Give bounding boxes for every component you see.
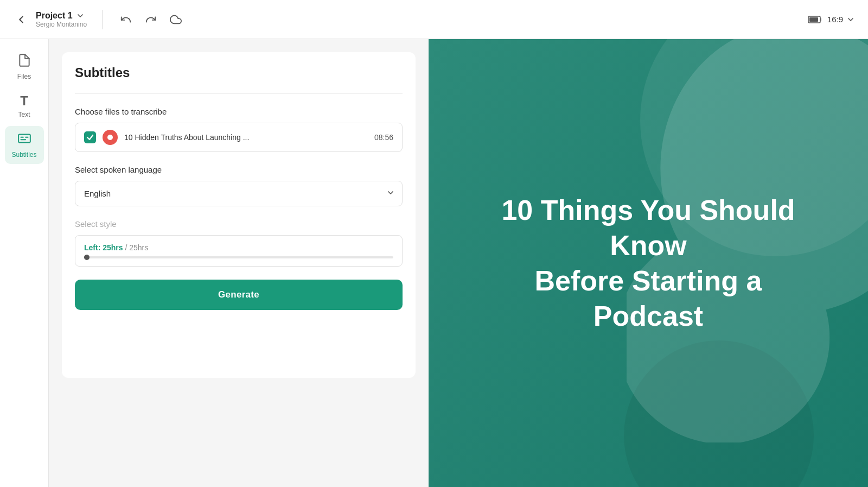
project-info: Project 1 Sergio Montanino [36, 11, 87, 28]
sidebar-item-text-label: Text [18, 111, 30, 118]
project-title-text: Project 1 [36, 11, 73, 21]
subtitles-icon [17, 131, 31, 149]
undo-button[interactable] [118, 11, 134, 28]
subtitles-panel: Subtitles Choose files to transcribe 10 … [49, 39, 429, 487]
panel-inner: Subtitles Choose files to transcribe 10 … [62, 52, 416, 378]
header-actions [118, 11, 184, 28]
select-style-label: Select style [75, 219, 403, 229]
hours-left: Left: 25hrs [84, 243, 123, 252]
header: Project 1 Sergio Montanino [0, 0, 868, 39]
header-right: 16:9 [808, 15, 855, 24]
file-thumbnail [103, 130, 118, 145]
file-thumb-inner [107, 135, 113, 140]
canvas-headline-line1: 10 Things You Should Know [501, 194, 795, 261]
sidebar-item-text[interactable]: T Text [5, 88, 44, 124]
file-list: 10 Hidden Truths About Launching ... 08:… [75, 123, 403, 152]
panel-divider [75, 93, 403, 94]
panel-title: Subtitles [75, 65, 403, 80]
text-icon: T [20, 93, 28, 109]
redo-button[interactable] [143, 11, 159, 28]
aspect-ratio-dropdown-icon [846, 15, 855, 24]
svg-rect-2 [18, 134, 30, 142]
sidebar-item-subtitles[interactable]: Subtitles [5, 126, 44, 164]
aspect-ratio-selector[interactable]: 16:9 [827, 15, 855, 24]
canvas-headline: 10 Things You Should Know Before Startin… [458, 193, 838, 334]
file-checkbox[interactable] [84, 131, 96, 143]
project-dropdown-icon [76, 11, 85, 20]
language-select-wrapper: English Spanish French German Portuguese [75, 181, 403, 206]
header-left: Project 1 Sergio Montanino [13, 10, 184, 29]
hours-box: Left: 25hrs / 25hrs [75, 235, 403, 267]
language-select[interactable]: English Spanish French German Portuguese [75, 181, 403, 206]
cloud-save-button[interactable] [168, 11, 184, 28]
generate-button[interactable]: Generate [75, 280, 403, 310]
hours-text: Left: 25hrs / 25hrs [84, 243, 393, 252]
header-divider [102, 10, 103, 29]
file-duration: 08:56 [374, 133, 393, 142]
progress-bar-bg [84, 256, 393, 258]
back-button[interactable] [13, 11, 29, 28]
sidebar-item-subtitles-label: Subtitles [11, 151, 36, 159]
file-item[interactable]: 10 Hidden Truths About Launching ... 08:… [84, 130, 393, 145]
progress-dot [84, 255, 90, 260]
main-layout: Files T Text Subtitles Subtitles Choose … [0, 39, 868, 487]
aspect-ratio-value: 16:9 [827, 15, 843, 24]
project-owner: Sergio Montanino [36, 21, 87, 28]
battery-icon [808, 15, 823, 24]
sidebar: Files T Text Subtitles [0, 39, 49, 487]
hours-total: / 25hrs [125, 243, 148, 252]
files-icon [17, 53, 31, 71]
project-title-row[interactable]: Project 1 [36, 11, 87, 21]
choose-files-label: Choose files to transcribe [75, 107, 403, 116]
canvas-area: 10 Things You Should Know Before Startin… [429, 39, 868, 487]
language-label: Select spoken language [75, 165, 403, 174]
sidebar-item-files[interactable]: Files [5, 48, 44, 86]
svg-rect-1 [809, 17, 818, 22]
sidebar-item-files-label: Files [17, 73, 31, 80]
file-name: 10 Hidden Truths About Launching ... [124, 133, 368, 142]
canvas-headline-line2: Before Starting a Podcast [535, 265, 762, 332]
